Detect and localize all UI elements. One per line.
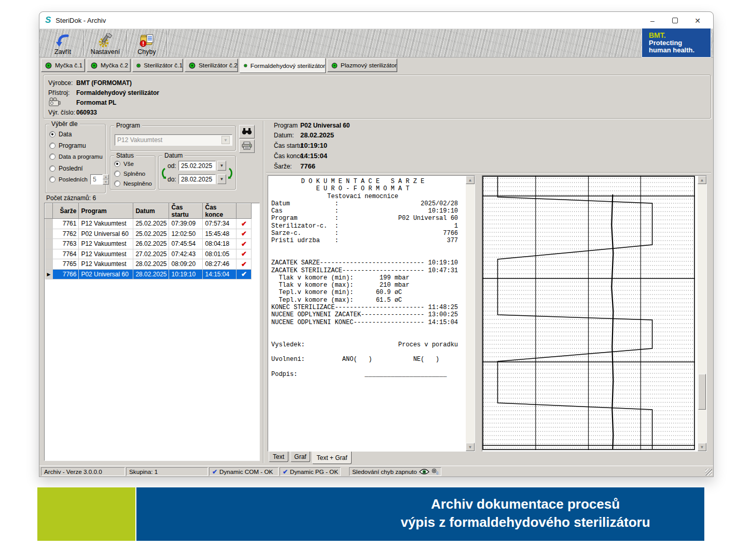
banner-blue-block: Archiv dokumentace procesů výpis z forma… xyxy=(136,487,704,541)
tab-text-graf[interactable]: Text + Graf xyxy=(312,452,352,464)
bmt-logo: BMT. Protecting human health. xyxy=(642,28,711,58)
table-row-selected[interactable]: ▶ 7766 P02 Universal 60 28.02.2025 10:19… xyxy=(45,269,252,279)
error-folder-icon xyxy=(138,32,155,48)
settings-button[interactable]: Nastavení xyxy=(85,30,126,57)
detail-sarze: 7766 xyxy=(300,162,315,170)
protocol-text[interactable]: D O K U M E N T A C E S A R Z E E U R O … xyxy=(268,176,466,451)
program-select[interactable]: P12 Vakuumtest ▼ xyxy=(115,134,232,146)
date-from-dropdown[interactable]: ▼ xyxy=(217,161,226,171)
date-to-dropdown[interactable]: ▼ xyxy=(217,174,226,184)
maximize-button[interactable] xyxy=(672,18,678,23)
check-icon: ✔ xyxy=(283,468,288,475)
toolbar-separator xyxy=(84,31,85,55)
tab-formaldehydovy-sterilizator[interactable]: Formaldehydový sterilizátor xyxy=(240,58,326,73)
records-table-container: Šarže Program Datum Čas startu Čas konce… xyxy=(44,203,260,461)
rotate-left-icon[interactable] xyxy=(160,167,166,181)
col-program[interactable]: Program xyxy=(79,204,133,219)
row-pointer-icon: ▶ xyxy=(45,269,53,279)
app-logo-icon: S xyxy=(45,15,51,25)
table-row[interactable]: 7761 P12 Vakuumtest 25.02.2025 07:39:09 … xyxy=(45,219,252,229)
status-group: Status Vše Splněno Nesplněno xyxy=(110,156,156,190)
search-button[interactable] xyxy=(239,125,255,138)
tab-text[interactable]: Text xyxy=(269,452,288,462)
tab-sterilizator-1[interactable]: Sterilizátor č.1 xyxy=(132,59,183,72)
table-row[interactable]: 7764 P12 Vakuumtest 27.02.2025 07:42:43 … xyxy=(45,249,252,259)
radio-icon xyxy=(49,176,55,183)
close-window-button[interactable]: ✕ xyxy=(691,17,704,25)
radio-programu[interactable]: Programu xyxy=(49,142,86,149)
date-to-input[interactable]: 28.02.2025 xyxy=(178,174,216,184)
errors-button[interactable]: Chyby xyxy=(128,30,165,57)
led-icon xyxy=(91,62,98,69)
speaker-icon xyxy=(432,468,438,475)
detail-program: P02 Universal 60 xyxy=(300,122,350,129)
scroll-down-icon[interactable]: ▼ xyxy=(466,443,475,451)
binoculars-icon xyxy=(242,128,252,135)
ok-check-icon: ✔ xyxy=(237,249,252,259)
graph-scrollbar[interactable]: ▲ ▼ xyxy=(698,176,706,451)
ok-check-icon: ✔ xyxy=(237,239,252,249)
table-row[interactable]: 7765 P12 Vakuumtest 28.02.2025 08:09:20 … xyxy=(45,259,252,270)
col-sarze[interactable]: Šarže xyxy=(53,204,79,219)
printer-icon xyxy=(242,142,252,150)
scroll-up-icon[interactable]: ▲ xyxy=(698,176,706,184)
scroll-up-icon[interactable]: ▲ xyxy=(466,176,475,184)
radio-data[interactable]: Data xyxy=(49,131,72,138)
tab-sterilizator-2[interactable]: Sterilizátor č.2 xyxy=(185,59,238,72)
record-count: Počet záznamů: 6 xyxy=(46,194,96,202)
status-error-tracking: Sledování chyb zapnuto xyxy=(349,467,441,476)
col-cas-startu[interactable]: Čas startu xyxy=(169,204,203,219)
radio-data-a-programu[interactable]: Data a programu xyxy=(49,153,103,160)
protocol-scrollbar[interactable]: ▲ ▼ xyxy=(466,176,475,451)
radio-splneno[interactable]: Splněno xyxy=(114,171,145,177)
table-header-row: Šarže Program Datum Čas startu Čas konce xyxy=(45,204,252,219)
led-icon xyxy=(189,62,196,69)
radio-vse[interactable]: Vše xyxy=(114,161,134,167)
eye-icon xyxy=(419,468,429,475)
minimize-button[interactable]: – xyxy=(646,17,659,25)
led-icon xyxy=(45,62,52,69)
desktop: S SteriDok - Archiv – ✕ Zavřít xyxy=(0,0,751,560)
radio-poslednich[interactable]: Posledních xyxy=(49,176,88,183)
statusbar: Archiv - Verze 3.0.0.0 Skupina: 1 ✔ Dyna… xyxy=(39,466,713,477)
ok-check-icon: ✔ xyxy=(237,269,252,279)
col-datum[interactable]: Datum xyxy=(133,204,169,219)
print-button[interactable] xyxy=(239,139,255,153)
radio-posledni[interactable]: Poslední xyxy=(49,165,83,172)
tab-mycka-2[interactable]: Myčka č.2 xyxy=(87,59,131,72)
pane-divider[interactable] xyxy=(263,121,264,463)
date-group: Datum od: 25.02.2025 ▼ do: 28.02.2025 ▼ xyxy=(158,156,236,190)
tab-mycka-1[interactable]: Myčka č.1 xyxy=(41,59,85,72)
radio-nesplneno[interactable]: Nesplněno xyxy=(114,180,152,187)
scroll-down-icon[interactable]: ▼ xyxy=(698,443,706,451)
detail-cas-konce: 14:15:04 xyxy=(300,152,327,160)
toolbar-separator xyxy=(166,31,168,55)
date-from-input[interactable]: 25.02.2025 xyxy=(178,161,216,171)
tab-graf[interactable]: Graf xyxy=(290,452,310,462)
close-button[interactable]: Zavřít xyxy=(42,30,84,57)
detail-cas-startu: 10:19:10 xyxy=(300,142,327,149)
status-com: ✔ Dynamic COM - OK xyxy=(209,467,279,476)
table-row[interactable]: 7762 P02 Universal 60 25.02.2025 12:02:5… xyxy=(45,229,252,239)
radio-icon xyxy=(49,143,55,149)
poslednich-count-input[interactable]: 5 xyxy=(90,174,103,185)
scrollbar-thumb[interactable] xyxy=(698,374,706,410)
count-spinner[interactable]: ▲ ▼ xyxy=(103,174,109,185)
detail-separator xyxy=(266,172,711,173)
process-graph-plot[interactable] xyxy=(482,176,698,451)
selection-group: Výběr dle Data Programu Data a programu … xyxy=(45,124,106,193)
tab-plazmovy-sterilizator[interactable]: Plazmový sterilizátor xyxy=(327,59,397,72)
app-window: S SteriDok - Archiv – ✕ Zavřít xyxy=(39,11,714,477)
radio-icon xyxy=(114,171,120,177)
status-version: Archiv - Verze 3.0.0.0 xyxy=(41,467,125,476)
resize-grip[interactable] xyxy=(705,469,712,475)
chevron-down-icon: ▼ xyxy=(221,136,230,144)
device-icon xyxy=(48,97,61,109)
protocol-text-view: D O K U M E N T A C E S A R Z E E U R O … xyxy=(268,175,475,452)
device-info-box: Výrobce: BMT (FORMOMAT) Přístroj: Formal… xyxy=(43,75,711,119)
banner-green-block xyxy=(37,487,135,541)
rotate-right-icon[interactable] xyxy=(228,167,234,181)
col-cas-konce[interactable]: Čas konce xyxy=(203,204,237,219)
tools-gear-icon xyxy=(98,32,113,48)
table-row[interactable]: 7763 P12 Vakuumtest 26.02.2025 07:45:54 … xyxy=(45,239,252,249)
